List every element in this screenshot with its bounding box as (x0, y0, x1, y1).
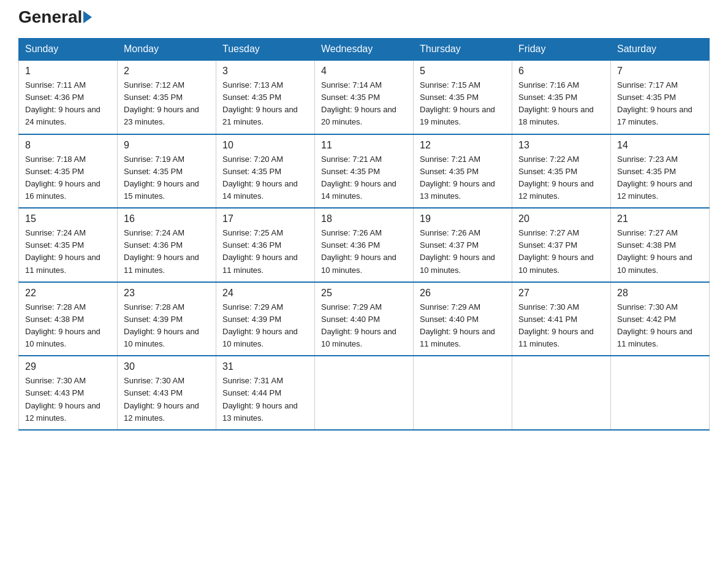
day-detail: Sunrise: 7:29 AMSunset: 4:40 PMDaylight:… (321, 302, 396, 348)
day-number: 6 (518, 66, 604, 77)
day-cell: 1 Sunrise: 7:11 AMSunset: 4:36 PMDayligh… (19, 60, 118, 134)
day-cell: 3 Sunrise: 7:13 AMSunset: 4:35 PMDayligh… (216, 60, 315, 134)
day-detail: Sunrise: 7:21 AMSunset: 4:35 PMDaylight:… (420, 155, 495, 201)
day-cell: 26 Sunrise: 7:29 AMSunset: 4:40 PMDaylig… (414, 282, 512, 356)
day-cell: 29 Sunrise: 7:30 AMSunset: 4:43 PMDaylig… (19, 356, 118, 430)
day-detail: Sunrise: 7:16 AMSunset: 4:35 PMDaylight:… (518, 80, 594, 126)
calendar-table: SundayMondayTuesdayWednesdayThursdayFrid… (18, 38, 710, 431)
day-detail: Sunrise: 7:15 AMSunset: 4:35 PMDaylight:… (420, 80, 495, 126)
day-detail: Sunrise: 7:30 AMSunset: 4:43 PMDaylight:… (124, 376, 199, 422)
page-header: General (18, 12, 710, 27)
day-number: 31 (222, 361, 308, 372)
day-detail: Sunrise: 7:28 AMSunset: 4:38 PMDaylight:… (25, 302, 100, 348)
day-number: 24 (222, 288, 308, 299)
day-cell: 19 Sunrise: 7:26 AMSunset: 4:37 PMDaylig… (414, 208, 512, 282)
day-number: 30 (124, 361, 210, 372)
day-number: 25 (321, 288, 407, 299)
day-detail: Sunrise: 7:26 AMSunset: 4:36 PMDaylight:… (321, 228, 396, 274)
day-cell: 17 Sunrise: 7:25 AMSunset: 4:36 PMDaylig… (216, 208, 315, 282)
logo-general-text2: General (18, 7, 82, 27)
day-cell: 28 Sunrise: 7:30 AMSunset: 4:42 PMDaylig… (611, 282, 710, 356)
day-cell: 22 Sunrise: 7:28 AMSunset: 4:38 PMDaylig… (19, 282, 118, 356)
day-detail: Sunrise: 7:21 AMSunset: 4:35 PMDaylight:… (321, 155, 396, 201)
day-number: 15 (25, 213, 111, 224)
week-row-3: 15 Sunrise: 7:24 AMSunset: 4:35 PMDaylig… (19, 208, 710, 282)
day-cell: 9 Sunrise: 7:19 AMSunset: 4:35 PMDayligh… (118, 134, 216, 209)
header-friday: Friday (512, 39, 611, 61)
day-number: 2 (124, 66, 210, 77)
day-cell: 16 Sunrise: 7:24 AMSunset: 4:36 PMDaylig… (118, 208, 216, 282)
day-number: 18 (321, 213, 407, 224)
header-monday: Monday (118, 39, 216, 61)
day-number: 3 (222, 66, 308, 77)
day-cell: 15 Sunrise: 7:24 AMSunset: 4:35 PMDaylig… (19, 208, 118, 282)
day-cell: 5 Sunrise: 7:15 AMSunset: 4:35 PMDayligh… (414, 60, 512, 134)
day-number: 13 (518, 140, 604, 151)
day-number: 11 (321, 140, 407, 151)
day-cell: 25 Sunrise: 7:29 AMSunset: 4:40 PMDaylig… (315, 282, 414, 356)
day-cell (512, 356, 611, 430)
day-detail: Sunrise: 7:11 AMSunset: 4:36 PMDaylight:… (25, 80, 100, 126)
day-detail: Sunrise: 7:25 AMSunset: 4:36 PMDaylight:… (222, 228, 298, 274)
day-detail: Sunrise: 7:24 AMSunset: 4:36 PMDaylight:… (124, 228, 199, 274)
day-detail: Sunrise: 7:30 AMSunset: 4:43 PMDaylight:… (25, 376, 100, 422)
header-wednesday: Wednesday (315, 39, 414, 61)
day-detail: Sunrise: 7:22 AMSunset: 4:35 PMDaylight:… (518, 155, 594, 201)
day-number: 20 (518, 213, 604, 224)
day-detail: Sunrise: 7:31 AMSunset: 4:44 PMDaylight:… (222, 376, 298, 422)
day-number: 21 (617, 213, 703, 224)
day-cell (315, 356, 414, 430)
header-saturday: Saturday (611, 39, 710, 61)
day-detail: Sunrise: 7:14 AMSunset: 4:35 PMDaylight:… (321, 80, 396, 126)
day-cell: 30 Sunrise: 7:30 AMSunset: 4:43 PMDaylig… (118, 356, 216, 430)
day-cell: 7 Sunrise: 7:17 AMSunset: 4:35 PMDayligh… (611, 60, 710, 134)
header-tuesday: Tuesday (216, 39, 315, 61)
header-sunday: Sunday (19, 39, 118, 61)
day-number: 4 (321, 66, 407, 77)
day-cell: 21 Sunrise: 7:27 AMSunset: 4:38 PMDaylig… (611, 208, 710, 282)
day-cell: 4 Sunrise: 7:14 AMSunset: 4:35 PMDayligh… (315, 60, 414, 134)
day-detail: Sunrise: 7:20 AMSunset: 4:35 PMDaylight:… (222, 155, 298, 201)
day-cell: 10 Sunrise: 7:20 AMSunset: 4:35 PMDaylig… (216, 134, 315, 209)
day-number: 5 (420, 66, 506, 77)
day-number: 19 (420, 213, 506, 224)
day-number: 26 (420, 288, 506, 299)
week-row-2: 8 Sunrise: 7:18 AMSunset: 4:35 PMDayligh… (19, 134, 710, 209)
day-detail: Sunrise: 7:12 AMSunset: 4:35 PMDaylight:… (124, 80, 199, 126)
day-cell: 11 Sunrise: 7:21 AMSunset: 4:35 PMDaylig… (315, 134, 414, 209)
day-number: 7 (617, 66, 703, 77)
day-detail: Sunrise: 7:30 AMSunset: 4:41 PMDaylight:… (518, 302, 594, 348)
day-number: 22 (25, 288, 111, 299)
day-detail: Sunrise: 7:19 AMSunset: 4:35 PMDaylight:… (124, 155, 199, 201)
day-cell: 14 Sunrise: 7:23 AMSunset: 4:35 PMDaylig… (611, 134, 710, 209)
day-cell: 27 Sunrise: 7:30 AMSunset: 4:41 PMDaylig… (512, 282, 611, 356)
header-thursday: Thursday (414, 39, 512, 61)
day-cell: 24 Sunrise: 7:29 AMSunset: 4:39 PMDaylig… (216, 282, 315, 356)
week-row-1: 1 Sunrise: 7:11 AMSunset: 4:36 PMDayligh… (19, 60, 710, 134)
days-header-row: SundayMondayTuesdayWednesdayThursdayFrid… (19, 39, 710, 61)
day-cell: 23 Sunrise: 7:28 AMSunset: 4:39 PMDaylig… (118, 282, 216, 356)
day-number: 8 (25, 140, 111, 151)
day-number: 16 (124, 213, 210, 224)
day-number: 27 (518, 288, 604, 299)
day-detail: Sunrise: 7:13 AMSunset: 4:35 PMDaylight:… (222, 80, 298, 126)
day-detail: Sunrise: 7:29 AMSunset: 4:39 PMDaylight:… (222, 302, 298, 348)
day-number: 17 (222, 213, 308, 224)
day-number: 9 (124, 140, 210, 151)
day-detail: Sunrise: 7:26 AMSunset: 4:37 PMDaylight:… (420, 228, 495, 274)
logo-arrow-icon2 (83, 11, 92, 23)
day-detail: Sunrise: 7:24 AMSunset: 4:35 PMDaylight:… (25, 228, 100, 274)
day-cell: 18 Sunrise: 7:26 AMSunset: 4:36 PMDaylig… (315, 208, 414, 282)
day-detail: Sunrise: 7:27 AMSunset: 4:37 PMDaylight:… (518, 228, 594, 274)
day-detail: Sunrise: 7:27 AMSunset: 4:38 PMDaylight:… (617, 228, 692, 274)
day-cell: 2 Sunrise: 7:12 AMSunset: 4:35 PMDayligh… (118, 60, 216, 134)
day-number: 14 (617, 140, 703, 151)
day-detail: Sunrise: 7:18 AMSunset: 4:35 PMDaylight:… (25, 155, 100, 201)
week-row-4: 22 Sunrise: 7:28 AMSunset: 4:38 PMDaylig… (19, 282, 710, 356)
day-number: 1 (25, 66, 111, 77)
day-number: 12 (420, 140, 506, 151)
day-cell: 13 Sunrise: 7:22 AMSunset: 4:35 PMDaylig… (512, 134, 611, 209)
day-number: 10 (222, 140, 308, 151)
day-detail: Sunrise: 7:23 AMSunset: 4:35 PMDaylight:… (617, 155, 692, 201)
day-detail: Sunrise: 7:17 AMSunset: 4:35 PMDaylight:… (617, 80, 692, 126)
